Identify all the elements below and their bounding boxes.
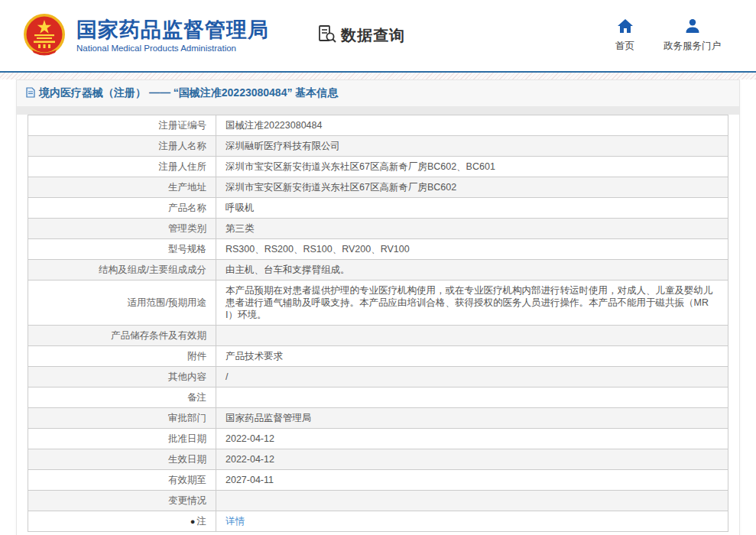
row-value: 产品技术要求 — [216, 346, 728, 367]
row-value — [216, 491, 728, 511]
row-label: 变更情况 — [28, 491, 216, 511]
nmpa-logo[interactable]: 国家药品监督管理局 National Medical Products Admi… — [21, 13, 269, 59]
logo-text: 国家药品监督管理局 National Medical Products Admi… — [76, 18, 269, 53]
table-row: 有效期至2027-04-11 — [28, 470, 728, 491]
table-row: 型号规格RS300、RS200、RS100、RV200、RV100 — [28, 239, 728, 260]
table-row: 附件产品技术要求 — [28, 346, 728, 367]
nav-home-label: 首页 — [615, 40, 634, 53]
row-label: 结构及组成/主要组成成分 — [28, 260, 216, 280]
nav-gov-portal[interactable]: 政务服务门户 — [664, 18, 721, 53]
table-row: 审批部门国家药品监督管理局 — [28, 408, 728, 429]
table-row: 其他内容/ — [28, 367, 728, 387]
logo-title-zh: 国家药品监督管理局 — [76, 18, 269, 41]
row-label: 管理类别 — [28, 219, 216, 239]
page-title-text: 境内医疗器械（注册） —— “国械注准20223080484” 基本信息 — [39, 86, 338, 100]
table-row: 管理类别第三类 — [28, 219, 728, 239]
row-value: / — [216, 367, 728, 387]
decorative-stripe-band — [0, 73, 756, 79]
note-bullet-icon: ● — [190, 517, 196, 526]
table-row: 注册人名称深圳融昕医疗科技有限公司 — [28, 136, 728, 157]
row-value: 第三类 — [216, 219, 728, 239]
row-label: ●注 — [28, 511, 216, 532]
table-row: 批准日期2022-04-12 — [28, 429, 728, 449]
row-value: 深圳市宝安区新安街道兴东社区67区高新奇厂房BC602、BC601 — [216, 157, 728, 177]
row-value: RS300、RS200、RS100、RV200、RV100 — [216, 239, 728, 260]
row-label: 型号规格 — [28, 239, 216, 260]
row-label: 批准日期 — [28, 429, 216, 449]
info-table-wrap: 注册证编号国械注准20223080484注册人名称深圳融昕医疗科技有限公司注册人… — [17, 115, 739, 535]
table-row: 注册人住所深圳市宝安区新安街道兴东社区67区高新奇厂房BC602、BC601 — [28, 157, 728, 177]
row-value: 2027-04-11 — [216, 470, 728, 491]
row-label: 生产地址 — [28, 177, 216, 198]
page-doc-icon — [26, 87, 35, 100]
row-label: 适用范围/预期用途 — [28, 280, 216, 326]
table-row: 生产地址深圳市宝安区新安街道兴东社区67区高新奇厂房BC602 — [28, 177, 728, 198]
row-value: 由主机、台车和支撑臂组成。 — [216, 260, 728, 280]
row-label: 备注 — [28, 387, 216, 408]
nav-home[interactable]: 首页 — [615, 18, 634, 53]
table-row: 生效日期2022-04-12 — [28, 449, 728, 470]
row-value: 深圳融昕医疗科技有限公司 — [216, 136, 728, 157]
row-value: 呼吸机 — [216, 198, 728, 219]
row-label: 审批部门 — [28, 408, 216, 429]
row-label: 其他内容 — [28, 367, 216, 387]
row-value: 详情 — [216, 511, 728, 532]
row-value: 国械注准20223080484 — [216, 115, 728, 136]
row-value: 2022-04-12 — [216, 429, 728, 449]
table-row: ●注详情 — [28, 511, 728, 532]
user-icon — [684, 18, 701, 37]
row-value — [216, 387, 728, 408]
row-label: 生效日期 — [28, 449, 216, 470]
china-national-emblem-icon — [21, 13, 67, 59]
row-label: 注册证编号 — [28, 115, 216, 136]
row-label: 产品储存条件及有效期 — [28, 326, 216, 346]
row-value — [216, 326, 728, 346]
row-value: 本产品预期在对患者提供护理的专业医疗机构使用，或在专业医疗机构内部进行转运时使用… — [216, 280, 728, 326]
nav-gov-portal-label: 政务服务门户 — [664, 40, 721, 53]
data-query-label: 数据查询 — [341, 25, 405, 46]
table-row: 变更情况 — [28, 491, 728, 511]
page-title: 境内医疗器械（注册） —— “国械注准20223080484” 基本信息 — [17, 80, 739, 115]
data-query-tab[interactable]: 数据查询 — [316, 24, 405, 47]
row-label: 产品名称 — [28, 198, 216, 219]
table-row: 适用范围/预期用途本产品预期在对患者提供护理的专业医疗机构使用，或在专业医疗机构… — [28, 280, 728, 326]
detail-link[interactable]: 详情 — [226, 516, 245, 527]
header-nav: 首页 政务服务门户 — [615, 18, 735, 53]
table-row: 结构及组成/主要组成成分由主机、台车和支撑臂组成。 — [28, 260, 728, 280]
row-label: 注册人名称 — [28, 136, 216, 157]
row-value: 2022-04-12 — [216, 449, 728, 470]
table-row: 产品名称呼吸机 — [28, 198, 728, 219]
registration-info-table: 注册证编号国械注准20223080484注册人名称深圳融昕医疗科技有限公司注册人… — [28, 115, 728, 532]
row-label: 有效期至 — [28, 470, 216, 491]
home-icon — [617, 18, 634, 37]
table-row: 产品储存条件及有效期 — [28, 326, 728, 346]
row-label: 附件 — [28, 346, 216, 367]
table-row: 备注 — [28, 387, 728, 408]
table-row: 注册证编号国械注准20223080484 — [28, 115, 728, 136]
row-value: 国家药品监督管理局 — [216, 408, 728, 429]
row-label: 注册人住所 — [28, 157, 216, 177]
detail-panel: 境内医疗器械（注册） —— “国械注准20223080484” 基本信息 注册证… — [16, 79, 740, 535]
page-header: 国家药品监督管理局 National Medical Products Admi… — [0, 0, 756, 71]
logo-title-en: National Medical Products Administration — [76, 44, 269, 53]
document-search-icon — [316, 24, 337, 47]
row-value: 深圳市宝安区新安街道兴东社区67区高新奇厂房BC602 — [216, 177, 728, 198]
